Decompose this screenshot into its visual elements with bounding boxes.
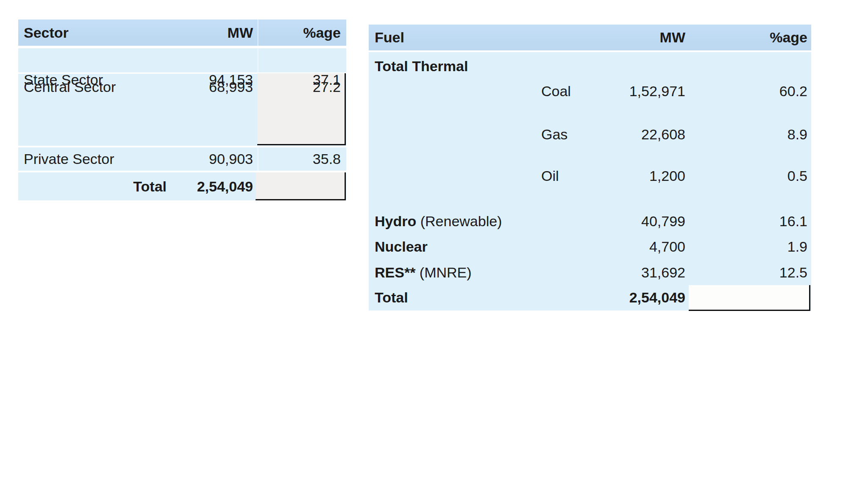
total-label: Total bbox=[133, 177, 167, 196]
sector-header-row: Sector MW %age bbox=[18, 23, 346, 42]
sector-row-band-state bbox=[18, 48, 346, 72]
column-header-pct: %age bbox=[770, 28, 807, 47]
fuel-sublabel: Oil bbox=[541, 166, 559, 185]
fuel-label-bold: Nuclear bbox=[375, 238, 428, 255]
fuel-label: Nuclear bbox=[375, 237, 428, 256]
table-row-hydro: Hydro (Renewable) 40,799 16.1 bbox=[369, 212, 811, 230]
sector-label: Private Sector bbox=[24, 150, 114, 168]
table-row-gas: Gas 22,608 8.9 bbox=[369, 125, 811, 144]
table-row-res: RES** (MNRE) 31,692 12.5 bbox=[369, 263, 811, 282]
table-row-total-thermal: Total Thermal bbox=[369, 57, 811, 75]
mw-value: 1,200 bbox=[649, 166, 685, 185]
column-header-fuel: Fuel bbox=[375, 28, 404, 47]
fuel-table: Fuel MW %age Total Thermal Coal 1,52,971… bbox=[369, 25, 811, 311]
table-row-oil: Oil 1,200 0.5 bbox=[369, 166, 811, 185]
mw-value: 22,608 bbox=[641, 125, 685, 144]
column-header-pct: %age bbox=[303, 23, 341, 42]
fuel-label: RES** (MNRE) bbox=[375, 263, 472, 282]
total-mw-value: 2,54,049 bbox=[197, 177, 253, 196]
column-header-sector: Sector bbox=[24, 23, 69, 42]
mw-value: 1,52,971 bbox=[629, 82, 685, 100]
pct-value: 27.2 bbox=[313, 78, 341, 96]
fuel-label-bold: Hydro bbox=[375, 213, 416, 229]
pct-value: 0.5 bbox=[787, 166, 807, 185]
fuel-sublabel: Gas bbox=[541, 125, 568, 144]
mw-value: 90,903 bbox=[209, 150, 253, 168]
sector-table: Sector MW %age State Sector 94,153 37.1 … bbox=[18, 19, 346, 200]
fuel-sublabel: Coal bbox=[541, 82, 571, 100]
table-row-central-sector: Central Sector 68,993 27.2 bbox=[18, 78, 346, 96]
table-row-private-sector: Private Sector 90,903 35.8 bbox=[18, 150, 346, 168]
fuel-label-rest: (MNRE) bbox=[415, 264, 471, 280]
pct-value: 35.8 bbox=[313, 150, 341, 168]
pct-value: 60.2 bbox=[779, 82, 807, 100]
mw-value: 31,692 bbox=[641, 263, 685, 282]
fuel-label: Hydro (Renewable) bbox=[375, 212, 502, 230]
column-header-mw: MW bbox=[660, 28, 685, 47]
total-mw-value: 2,54,049 bbox=[629, 288, 685, 307]
fuel-label-bold: RES** bbox=[375, 264, 415, 280]
total-label: Total bbox=[375, 288, 408, 307]
table-row-fuel-total: Total 2,54,049 bbox=[369, 288, 811, 307]
mw-value: 4,700 bbox=[649, 237, 685, 256]
pct-value: 12.5 bbox=[779, 263, 807, 282]
pct-value: 16.1 bbox=[779, 212, 807, 230]
mw-value: 40,799 bbox=[641, 212, 685, 230]
mw-value: 68,993 bbox=[209, 78, 253, 96]
sector-label: Central Sector bbox=[24, 78, 116, 96]
fuel-header-row: Fuel MW %age bbox=[369, 28, 811, 47]
pct-value: 8.9 bbox=[787, 125, 807, 144]
pct-value: 1.9 bbox=[787, 237, 807, 256]
table-row-sector-total: Total 2,54,049 bbox=[18, 177, 346, 196]
fuel-label-rest: (Renewable) bbox=[416, 213, 502, 229]
table-row-coal: Coal 1,52,971 60.2 bbox=[369, 82, 811, 100]
column-header-mw: MW bbox=[228, 23, 253, 42]
table-row-nuclear: Nuclear 4,700 1.9 bbox=[369, 237, 811, 256]
fuel-label: Total Thermal bbox=[375, 57, 468, 75]
